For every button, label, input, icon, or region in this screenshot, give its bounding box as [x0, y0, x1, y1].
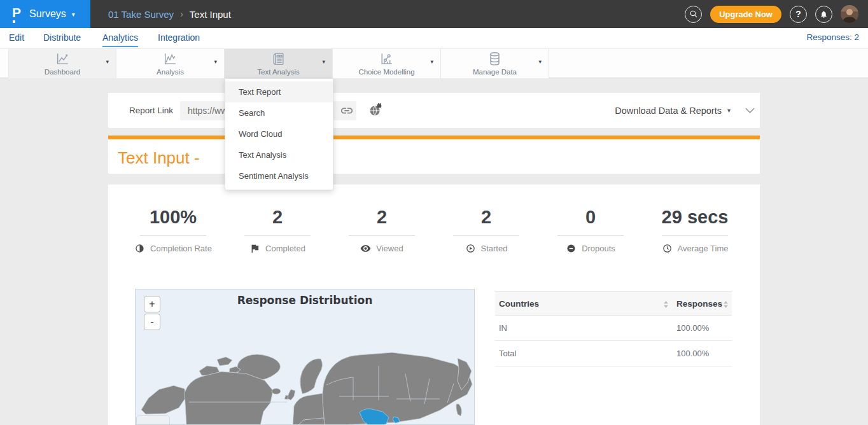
nav-item-edit[interactable]: Edit	[9, 28, 24, 47]
tab-analysis[interactable]: Analysis ▾	[116, 49, 225, 78]
map-title: Response Distribution	[136, 294, 474, 307]
download-data-reports-dropdown[interactable]: Download Data & Reports ▾	[615, 93, 731, 128]
search-button[interactable]	[685, 6, 702, 23]
top-header: P Surveys ▾ 01 Take Survey › Text Input …	[0, 0, 868, 28]
chevron-down-icon: ▾	[72, 11, 75, 18]
globe-lock-icon[interactable]	[368, 103, 382, 117]
chevron-down-icon[interactable]: ▾	[214, 59, 217, 65]
map-zoom-controls: + -	[144, 296, 160, 330]
column-header-countries[interactable]: Countries	[499, 292, 539, 316]
breadcrumb-survey-link[interactable]: 01 Take Survey	[108, 9, 174, 20]
chevron-down-icon[interactable]: ▾	[538, 59, 542, 65]
survey-nav: Edit Distribute Analytics Integration Re…	[0, 28, 868, 48]
pie-icon	[134, 243, 145, 254]
stat-label: Average Time	[678, 244, 729, 253]
country-cell: IN	[499, 316, 507, 341]
nav-item-analytics[interactable]: Analytics	[102, 28, 138, 47]
responses-cell: 100.00%	[676, 341, 709, 366]
tab-label: Choice Modelling	[358, 68, 414, 76]
tab-label: Dashboard	[45, 68, 80, 76]
nav-item-distribute[interactable]: Distribute	[43, 28, 81, 47]
report-card: 100% Completion Rate 2 Completed 2	[108, 185, 760, 425]
search-icon	[689, 10, 698, 18]
map-zoom-in-button[interactable]: +	[144, 296, 160, 312]
chevron-down-icon[interactable]: ▾	[106, 59, 109, 65]
surveys-menu[interactable]: P Surveys ▾	[0, 0, 90, 28]
breadcrumb: 01 Take Survey › Text Input	[108, 0, 231, 28]
play-circle-icon	[465, 243, 476, 254]
header-actions: Upgrade Now ?	[685, 0, 858, 28]
nav-item-integration[interactable]: Integration	[158, 28, 200, 47]
sort-icon[interactable]	[723, 301, 729, 308]
menu-item-text-report[interactable]: Text Report	[225, 81, 333, 102]
responses-count[interactable]: Responses: 2	[806, 28, 859, 47]
tab-label: Manage Data	[473, 68, 517, 76]
copy-link-icon[interactable]	[340, 104, 354, 118]
map-zoom-out-button[interactable]: -	[144, 314, 160, 330]
clock-icon	[662, 243, 673, 254]
page-title: Text Input -	[118, 148, 204, 168]
stat-average-time: 29 secs Average Time	[643, 204, 747, 254]
stat-label: Completion Rate	[150, 244, 212, 253]
document-icon	[270, 51, 286, 67]
country-cell: Total	[499, 341, 516, 366]
stat-value: 29 secs	[643, 204, 747, 230]
tab-choice-modelling[interactable]: Choice Modelling ▾	[333, 49, 441, 78]
table-header: Countries Responses	[495, 291, 732, 316]
map-attribution-box	[136, 415, 170, 425]
tab-dashboard[interactable]: Dashboard ▾	[8, 49, 116, 78]
questionpro-logo-icon: P	[12, 5, 24, 23]
countries-table: Countries Responses IN 100.00% Total 100…	[495, 291, 732, 366]
stat-started: 2 Started	[434, 204, 538, 254]
stat-value: 2	[225, 204, 330, 230]
question-mark-icon: ?	[795, 9, 801, 19]
menu-item-text-analysis[interactable]: Text Analysis	[225, 144, 333, 165]
stat-completion-rate: 100% Completion Rate	[121, 204, 225, 254]
chevron-down-icon[interactable]: ▾	[322, 59, 325, 65]
menu-item-word-cloud[interactable]: Word Cloud	[225, 123, 333, 144]
stat-label: Completed	[265, 244, 305, 253]
column-header-responses[interactable]: Responses	[676, 292, 722, 316]
tab-label: Text Analysis	[257, 68, 299, 76]
stat-value: 2	[434, 204, 538, 230]
chevron-down-icon[interactable]: ▾	[430, 59, 433, 65]
download-label: Download Data & Reports	[615, 106, 722, 116]
tab-text-analysis[interactable]: Text Analysis ▾	[225, 49, 333, 78]
stat-label: Dropouts	[582, 244, 615, 253]
stat-label: Viewed	[376, 244, 403, 253]
database-icon	[487, 51, 503, 67]
stat-viewed: 2 Viewed	[330, 204, 434, 254]
help-button[interactable]: ?	[790, 6, 807, 23]
upgrade-now-button[interactable]: Upgrade Now	[710, 6, 781, 23]
menu-item-sentiment-analysis[interactable]: Sentiment Analysis	[225, 165, 333, 186]
response-distribution-map: Response Distribution + -	[135, 289, 475, 425]
text-analysis-menu: Text Report Search Word Cloud Text Analy…	[225, 78, 333, 190]
analytics-toolbar: Dashboard ▾ Analysis ▾ Text Analysis ▾	[0, 48, 868, 78]
minus-circle-icon	[566, 243, 577, 254]
breadcrumb-current-page: Text Input	[190, 9, 231, 20]
table-row: IN 100.00%	[495, 316, 732, 341]
flag-icon	[249, 243, 260, 254]
menu-item-search[interactable]: Search	[225, 102, 333, 123]
breadcrumb-separator-icon: ›	[180, 9, 183, 19]
collapse-chevron-icon[interactable]	[745, 108, 755, 114]
stat-value: 100%	[121, 204, 225, 230]
table-row: Total 100.00%	[495, 341, 732, 366]
product-menu-label: Surveys	[29, 8, 66, 20]
trend-chart-icon	[162, 51, 178, 67]
tab-manage-data[interactable]: Manage Data ▾	[441, 49, 549, 78]
caret-down-icon: ▾	[727, 107, 731, 114]
stat-value: 0	[538, 204, 643, 230]
report-link-bar: Report Link Download Data & Reports ▾	[108, 93, 760, 128]
user-avatar[interactable]	[841, 5, 858, 23]
world-map[interactable]	[136, 289, 475, 425]
line-chart-icon	[55, 51, 71, 67]
responses-cell: 100.00%	[676, 316, 709, 341]
scatter-chart-icon	[379, 51, 395, 67]
sort-icon[interactable]	[663, 301, 669, 308]
notifications-button[interactable]	[815, 6, 832, 23]
report-link-label: Report Link	[129, 93, 173, 128]
eye-icon	[360, 243, 371, 254]
question-title-bar: Text Input -	[108, 139, 760, 174]
stat-dropouts: 0 Dropouts	[538, 204, 643, 254]
